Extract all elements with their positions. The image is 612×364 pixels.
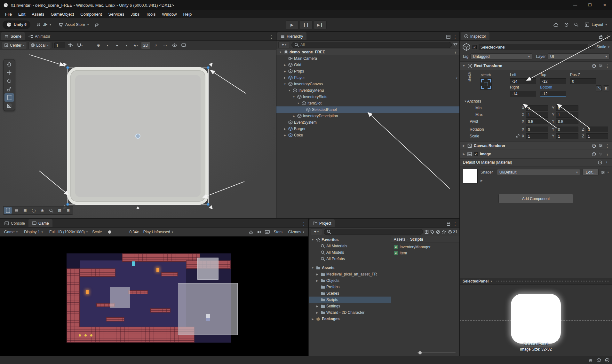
scene-options-icon[interactable]: ⋮ — [453, 50, 457, 54]
grid-size-field[interactable]: 1 — [54, 43, 65, 48]
hierarchy-item-player[interactable]: ▶Player› — [276, 74, 459, 81]
history-icon[interactable] — [564, 22, 569, 27]
tab-project[interactable]: Project — [309, 219, 335, 227]
anchor-preset-button[interactable] — [480, 78, 492, 90]
hierarchy-item-props[interactable]: ▶Props — [276, 68, 459, 74]
expand-arrow[interactable]: ▶ — [315, 273, 319, 276]
scale-slider-knob[interactable] — [108, 230, 111, 234]
expand-arrow[interactable]: ▶ — [462, 152, 465, 156]
menu-services[interactable]: Services — [105, 10, 128, 18]
project-search-input[interactable] — [324, 229, 423, 235]
anchor-handle-tr[interactable] — [209, 61, 214, 66]
project-assets-root[interactable]: ▼Assets — [309, 265, 391, 271]
gameobject-name-field[interactable]: SelectedPanel — [479, 44, 588, 50]
game-mode-dropdown[interactable]: Game▾ — [2, 228, 20, 235]
project-favorites[interactable]: ▼Favorites — [309, 236, 391, 243]
rotation-z-field[interactable]: 0 — [586, 127, 608, 132]
scale-x-field[interactable]: 1 — [526, 133, 548, 139]
lock-icon[interactable] — [447, 221, 450, 226]
preview-drag-handle[interactable] — [497, 281, 609, 282]
hierarchy-item-inventoryslots[interactable]: ▼InventorySlots — [276, 94, 459, 100]
expand-arrow[interactable]: ▶ — [283, 64, 287, 66]
expand-arrow[interactable]: ▼ — [296, 102, 300, 105]
hierarchy-item-eventsystem[interactable]: EventSystem — [276, 119, 459, 126]
tab-inspector[interactable]: Inspector — [461, 32, 489, 40]
version-control-icon[interactable] — [94, 22, 99, 27]
top-field[interactable]: -12 — [540, 78, 566, 84]
file-inventorymanager[interactable]: #InventoryManager — [391, 244, 459, 250]
help-icon[interactable]: ? — [592, 64, 596, 68]
menu-file[interactable]: File — [2, 10, 15, 18]
mute-audio-icon[interactable] — [257, 230, 261, 234]
raw-edit-mode-button[interactable]: R — [603, 85, 609, 91]
progress-status-icon[interactable] — [588, 358, 593, 362]
inspector-menu-icon[interactable]: ⋮ — [605, 35, 609, 39]
rect-edit-icon[interactable] — [4, 207, 12, 214]
input-icon[interactable] — [265, 230, 270, 234]
rotation-y-field[interactable]: 0 — [556, 127, 578, 132]
preset-icon[interactable] — [599, 64, 603, 68]
favorite-all-materials[interactable]: All Materials — [309, 243, 391, 249]
effects-dropdown-icon[interactable]: ★▾ — [132, 42, 139, 49]
static-caret-icon[interactable]: ▾ — [608, 45, 609, 49]
component-menu-icon[interactable]: ⋮ — [605, 64, 609, 68]
tab-game[interactable]: Game — [28, 219, 52, 227]
folder-wizard-2d-character[interactable]: ▶Wizard - 2D Character — [309, 309, 391, 316]
hidden-count-icon[interactable] — [448, 230, 452, 234]
audio-toggle-icon[interactable]: ≈▾ — [161, 42, 169, 49]
anchor-max-y-field[interactable]: 1 — [556, 112, 578, 118]
canvas-renderer-header[interactable]: ▶ Canvas Renderer ? ⋮ — [460, 142, 612, 150]
project-menu-icon[interactable]: ⋮ — [453, 222, 457, 226]
anchors-expand-arrow[interactable]: ▼ — [464, 100, 467, 103]
snap-icon[interactable]: ⊞ — [64, 207, 72, 214]
posz-field[interactable]: 0 — [570, 78, 596, 84]
scale-z-field[interactable]: 1 — [586, 133, 608, 139]
shader-preset-icon[interactable] — [601, 170, 605, 174]
project-create-button[interactable]: +▾ — [311, 228, 322, 235]
hidden-packages-icon[interactable] — [436, 230, 440, 234]
tab-scene[interactable]: Scene — [1, 32, 25, 40]
expand-arrow[interactable]: ▼ — [283, 83, 287, 86]
lighting-toggle-icon[interactable]: ⚡ — [152, 42, 160, 49]
hierarchy-create-button[interactable]: +▾ — [278, 41, 290, 48]
transform-tool-button[interactable] — [4, 102, 14, 110]
menu-jobs[interactable]: Jobs — [127, 10, 142, 18]
package-manager-icon[interactable] — [597, 358, 601, 362]
pause-button[interactable]: ❙❙ — [300, 20, 313, 29]
expand-arrow[interactable]: ▼ — [311, 238, 315, 241]
hierarchy-item-coke[interactable]: ▶Coke — [276, 132, 459, 138]
material-expand-arrow[interactable]: ▶ — [481, 179, 483, 182]
tasks-complete-icon[interactable] — [605, 358, 609, 362]
expand-arrow[interactable]: ▶ — [292, 115, 296, 118]
save-search-icon[interactable] — [442, 230, 446, 234]
preview-caret-icon[interactable]: ▾ — [490, 280, 492, 283]
expand-arrow[interactable]: ▼ — [462, 64, 465, 67]
lock-icon[interactable] — [599, 35, 603, 39]
rotation-x-field[interactable]: 0 — [526, 127, 548, 132]
corner-handle-bl[interactable] — [66, 203, 69, 206]
project-zoom-knob[interactable] — [418, 351, 422, 354]
hierarchy-search-input[interactable]: All — [291, 42, 452, 48]
menu-assets[interactable]: Assets — [28, 10, 47, 18]
minimize-button[interactable]: — — [568, 0, 583, 10]
anchor-min-x-field[interactable]: 0 — [526, 105, 548, 111]
rotate-tool-button[interactable] — [4, 77, 14, 85]
scale-link-icon[interactable] — [516, 134, 520, 138]
layer-dropdown[interactable]: UI▾ — [548, 53, 609, 59]
circle-brush-icon[interactable]: ◯ — [30, 207, 38, 214]
folder-medieval-pixel-art-asset-fr[interactable]: ▶Medieval_pixel_art_asset_FR — [309, 271, 391, 277]
corner-handle-br[interactable] — [207, 203, 210, 206]
maximize-button[interactable]: ❐ — [583, 0, 597, 10]
play-focus-dropdown[interactable]: Play Unfocused▾ — [141, 228, 175, 235]
resolution-dropdown[interactable]: Full HD (1920x1080)▾ — [47, 228, 90, 235]
search-by-label-icon[interactable] — [430, 230, 434, 234]
hierarchy-item-inventorymenu[interactable]: ▼InventoryMenu — [276, 87, 459, 94]
expand-arrow[interactable]: ▶ — [283, 70, 287, 73]
menu-gameobject[interactable]: GameObject — [47, 10, 77, 18]
favorite-all-prefabs[interactable]: All Prefabs — [309, 256, 391, 262]
scene-viewport[interactable]: ▤ ▦ ◯ ◉ ▩ ⊞ — [0, 50, 276, 218]
search-icon[interactable] — [574, 22, 578, 27]
tab-hierarchy[interactable]: Hierarchy — [277, 32, 306, 40]
debug-icon[interactable] — [249, 230, 253, 234]
expand-arrow[interactable]: ▼ — [311, 267, 315, 269]
